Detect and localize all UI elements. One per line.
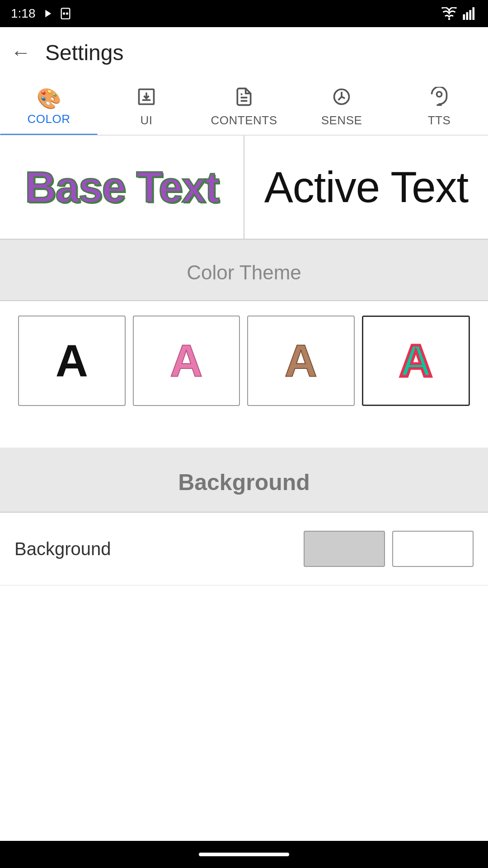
background-row: Background [0,513,488,585]
tab-tts-label: TTS [428,113,451,127]
theme-letter-black: A [56,338,88,383]
svg-point-3 [448,18,450,20]
wifi-icon [441,7,457,20]
svg-rect-4 [463,14,465,20]
tab-ui[interactable]: UI [98,78,195,135]
tab-color-label: COLOR [28,112,70,126]
back-button[interactable]: ← [11,41,31,64]
theme-letter-tan: A [285,338,317,383]
preview-active[interactable]: Active Text [244,136,488,239]
status-bar: 1:18 [0,0,488,27]
svg-rect-1 [63,13,65,15]
time-display: 1:18 [11,6,36,21]
status-left: 1:18 [11,6,72,21]
sim-icon [59,7,72,20]
background-buttons [304,531,474,567]
home-indicator [199,853,289,856]
svg-point-14 [437,92,442,97]
background-white-button[interactable] [392,531,474,567]
background-gray-button[interactable] [304,531,385,567]
active-text-preview: Active Text [264,162,468,212]
theme-option-tan[interactable]: A [247,316,355,406]
color-theme-section-header: Color Theme [0,240,488,301]
theme-letter-teal-red: A [399,338,432,383]
palette-icon: 🎨 [37,89,61,108]
color-theme-title: Color Theme [14,261,474,284]
svg-rect-0 [61,8,70,19]
hearing-icon [429,87,449,110]
theme-letter-pink: A [170,338,202,383]
spacer-1 [0,420,488,448]
svg-rect-7 [472,7,474,20]
page-title: Settings [45,40,123,65]
background-section-title: Background [14,469,474,495]
theme-options: A A A A [0,301,488,420]
bottom-nav-bar [0,841,488,868]
tab-contents[interactable]: CONTENTS [195,78,293,135]
tab-tts[interactable]: TTS [390,78,488,135]
background-row-label: Background [14,539,304,559]
background-section-header: Background [0,448,488,513]
theme-option-pink[interactable]: A [133,316,240,406]
tab-contents-label: CONTENTS [211,113,277,127]
play-icon [41,7,54,20]
tab-bar: 🎨 COLOR UI CONTENTS [0,78,488,136]
signal-icon [463,7,477,20]
tab-color[interactable]: 🎨 COLOR [0,78,98,135]
tab-sense[interactable]: SENSE [293,78,390,135]
clock-download-icon [332,87,352,110]
theme-option-black[interactable]: A [18,316,126,406]
svg-rect-2 [66,13,68,15]
document-icon [234,87,254,110]
svg-rect-5 [466,12,468,20]
download-box-icon [136,87,156,110]
tab-ui-label: UI [141,113,153,127]
tab-sense-label: SENSE [321,113,362,127]
preview-base[interactable]: Base Text [0,136,244,239]
theme-option-teal-red[interactable]: A [362,316,470,406]
preview-area: Base Text Active Text [0,136,488,240]
base-text-preview: Base Text [25,162,218,212]
svg-rect-6 [469,10,471,20]
app-bar: ← Settings [0,27,488,78]
status-right [441,7,477,20]
